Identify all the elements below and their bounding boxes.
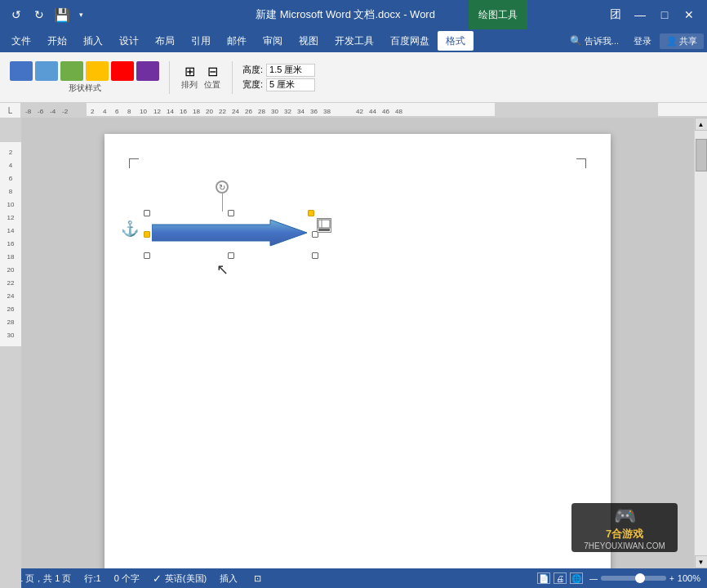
view-mode-read[interactable]: 📄 <box>537 572 550 584</box>
ribbon-arrange: ⊞ 排列 ⊟ 位置 <box>180 62 222 92</box>
minimize-button[interactable]: — <box>629 3 651 26</box>
statusbar-right: 📄 🖨 🌐 — + 100% <box>537 572 700 584</box>
handle-ml[interactable] <box>144 231 150 238</box>
horizontal-ruler: // drawn inline via absolute positioning… <box>21 103 707 117</box>
signin-button[interactable]: 登录 <box>627 33 658 49</box>
titlebar-left-controls: ↺ ↻ 💾 ▾ <box>7 5 87 24</box>
svg-text:6: 6 <box>9 175 13 182</box>
handle-bc[interactable] <box>228 252 234 259</box>
arrow-shape-svg[interactable] <box>152 218 307 251</box>
document-area[interactable]: ⚓ ↻ <box>21 118 694 568</box>
svg-marker-48 <box>152 220 307 246</box>
width-input[interactable] <box>266 78 315 91</box>
handle-tr[interactable] <box>308 210 314 216</box>
position-button[interactable]: ⊟ 位置 <box>202 62 222 92</box>
tell-me-button[interactable]: 🔍告诉我... <box>563 33 625 49</box>
zoom-thumb[interactable] <box>635 573 645 583</box>
svg-rect-49 <box>318 220 330 228</box>
svg-text:14: 14 <box>167 108 174 115</box>
shape-style-2[interactable] <box>35 61 58 81</box>
status-record: ⊡ <box>254 573 261 584</box>
handle-bl[interactable] <box>144 252 150 259</box>
menu-format[interactable]: 格式 <box>438 31 474 51</box>
arrange-button[interactable]: ⊞ 排列 <box>180 62 199 92</box>
menu-view[interactable]: 视图 <box>291 31 327 51</box>
svg-text:4: 4 <box>9 162 13 169</box>
svg-rect-50 <box>318 229 330 231</box>
watermark-icon: 🎮 <box>614 506 636 527</box>
view-mode-print[interactable]: 🖨 <box>554 572 567 584</box>
ribbon-size: 高度: 宽度: <box>242 64 315 91</box>
layout-options-icon[interactable] <box>317 218 331 233</box>
titlebar-right-controls: 团 — □ ✕ <box>604 3 700 26</box>
shape-style-5[interactable] <box>111 61 134 81</box>
status-line: 行:1 <box>84 572 100 585</box>
svg-text:18: 18 <box>7 253 15 261</box>
svg-text:42: 42 <box>356 108 363 115</box>
share-button[interactable]: 👤共享 <box>660 33 704 49</box>
menu-review[interactable]: 审阅 <box>255 31 291 51</box>
shape-style-3[interactable] <box>60 61 83 81</box>
menu-mailings[interactable]: 邮件 <box>219 31 255 51</box>
save-button[interactable]: 💾 <box>52 5 72 24</box>
ruler-corner: L <box>0 103 21 118</box>
watermark-text2: 7HEYOUXIWAN.COM <box>584 541 665 550</box>
svg-text:18: 18 <box>193 108 200 115</box>
view-mode-web[interactable]: 🌐 <box>570 572 583 584</box>
svg-text:12: 12 <box>153 108 161 115</box>
watermark-text1: 7合游戏 <box>606 527 643 541</box>
status-spellcheck: ✓ 英语(美国) <box>153 572 207 585</box>
scrollbar-thumb[interactable] <box>696 139 707 172</box>
rotation-handle[interactable]: ↻ <box>216 180 229 194</box>
scrollbar-down-button[interactable]: ▼ <box>695 555 708 568</box>
menu-layout[interactable]: 布局 <box>147 31 183 51</box>
scrollbar-up-button[interactable]: ▲ <box>695 118 708 131</box>
redo-button[interactable]: ↻ <box>29 5 49 24</box>
handle-br[interactable] <box>312 252 318 259</box>
drawing-tools-tab[interactable]: 绘图工具 <box>469 0 527 29</box>
svg-text:16: 16 <box>180 108 187 115</box>
view-modes: 📄 🖨 🌐 <box>537 572 583 584</box>
menu-developer[interactable]: 开发工具 <box>327 31 382 51</box>
svg-text:-4: -4 <box>50 108 56 115</box>
ruler-svg: // drawn inline via absolute positioning… <box>21 103 707 117</box>
shape-bounding-box <box>145 212 317 257</box>
shape-style-4[interactable] <box>86 61 109 81</box>
titlebar: ↺ ↻ 💾 ▾ 新建 Microsoft Word 文档.docx - Word… <box>0 0 707 29</box>
svg-text:26: 26 <box>245 108 252 115</box>
handle-tc[interactable] <box>228 210 234 216</box>
shape-selection-container[interactable]: ⚓ ↻ <box>145 212 317 257</box>
menu-file[interactable]: 文件 <box>3 31 39 51</box>
close-button[interactable]: ✕ <box>678 3 700 26</box>
menu-design[interactable]: 设计 <box>111 31 147 51</box>
svg-text:30: 30 <box>7 332 15 339</box>
maximize-button[interactable]: □ <box>653 3 676 26</box>
status-mode: 插入 <box>220 572 238 585</box>
undo-button[interactable]: ↺ <box>7 5 26 24</box>
menu-baidu[interactable]: 百度网盘 <box>382 31 438 51</box>
svg-text:38: 38 <box>323 108 331 115</box>
quick-access-dropdown[interactable]: ▾ <box>75 5 87 24</box>
vertical-scrollbar[interactable]: ▲ ▼ <box>694 118 707 568</box>
group-button[interactable]: 团 <box>604 3 627 26</box>
scrollbar-track[interactable] <box>695 131 708 555</box>
svg-rect-32 <box>0 346 21 588</box>
zoom-slider[interactable] <box>601 576 666 581</box>
menu-references[interactable]: 引用 <box>183 31 219 51</box>
svg-text:-8: -8 <box>25 108 32 115</box>
height-input[interactable] <box>266 64 315 77</box>
svg-text:28: 28 <box>7 318 15 326</box>
status-wordcount: 0 个字 <box>114 572 140 585</box>
shape-style-6[interactable] <box>136 61 159 81</box>
svg-text:20: 20 <box>206 108 213 115</box>
handle-tl[interactable] <box>144 210 150 216</box>
menu-insert[interactable]: 插入 <box>75 31 111 51</box>
svg-text:12: 12 <box>7 214 15 221</box>
shape-style-1[interactable] <box>10 61 33 81</box>
ribbon: 形状样式 ⊞ 排列 ⊟ 位置 高度: 宽度: <box>0 52 707 103</box>
vertical-ruler-svg: 2 4 6 8 10 12 14 16 18 20 22 24 26 28 30 <box>0 118 21 588</box>
svg-rect-31 <box>0 118 21 142</box>
page-corner-tr <box>576 158 586 168</box>
menu-home[interactable]: 开始 <box>39 31 75 51</box>
svg-text:48: 48 <box>395 108 402 115</box>
